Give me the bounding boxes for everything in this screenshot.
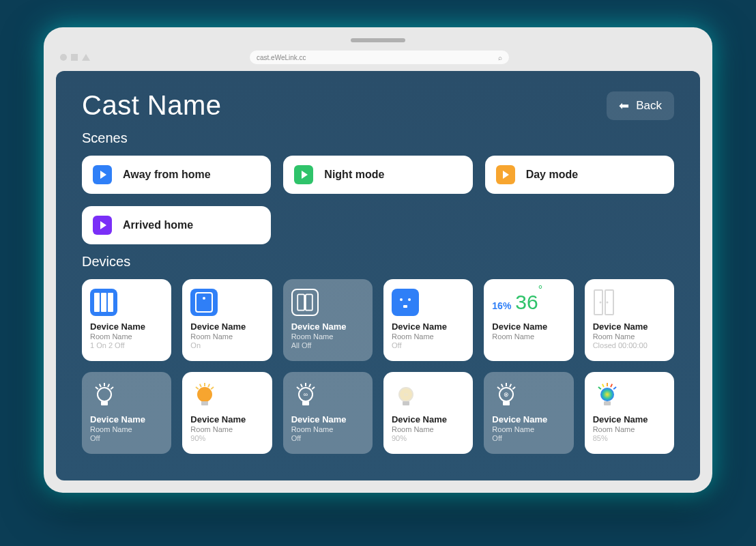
url-text: cast.eWeLink.cc [257,54,306,61]
svg-rect-9 [403,305,407,308]
bulb-orange-icon [190,380,263,410]
device-status: Off [492,434,565,442]
svg-point-4 [203,297,205,300]
device-room: Room Name [492,332,565,341]
device-card[interactable]: Device NameRoom NameClosed 00:00:00 [585,279,674,361]
device-name: Device Name [190,414,263,425]
search-icon: ⌕ [498,54,502,61]
svg-rect-6 [306,294,312,310]
devices-heading: Devices [82,254,674,270]
device-card[interactable]: Device NameRoom NameOff [82,372,171,454]
device-card[interactable]: Device NameRoom Name1 On 2 Off [82,279,171,361]
svg-rect-1 [101,293,106,312]
device-status: 90% [190,434,263,442]
svg-line-14 [96,387,98,389]
device-card[interactable]: Device NameRoom Name90% [182,372,272,454]
window-controls [60,54,90,61]
device-card[interactable]: Device NameRoom NameOff [383,279,473,361]
switch-icon [190,287,263,317]
device-name: Device Name [90,414,163,425]
svg-line-42 [510,384,511,388]
svg-rect-38 [403,401,409,405]
window-triangle-icon [82,54,90,61]
svg-line-48 [602,384,603,388]
device-status: Off [392,341,465,349]
device-status: 85% [593,434,666,442]
device-name: Device Name [492,414,565,425]
back-label: Back [636,99,662,113]
switch-dual-icon [291,287,364,317]
svg-line-29 [300,384,302,388]
scene-card[interactable]: Away from home [82,156,271,194]
device-card[interactable]: Device NameRoom NameOn [182,279,272,361]
device-status: Off [90,434,163,442]
scene-grid: Away from home Night mode Day mode Arriv… [82,156,674,244]
device-status: On [190,341,263,349]
device-room: Room Name [291,332,364,341]
svg-line-25 [212,387,214,389]
browser-chrome: cast.eWeLink.cc ⌕ [56,48,700,71]
svg-line-32 [312,387,315,389]
device-room: Room Name [90,332,163,341]
svg-text:∞: ∞ [404,391,408,398]
device-status: 1 On 2 Off [90,341,163,349]
scene-card[interactable]: Arrived home [82,206,271,244]
window-square-icon [71,54,78,61]
scene-label: Day mode [526,169,578,181]
svg-point-13 [606,302,608,304]
scene-card[interactable]: Day mode [485,156,674,194]
svg-line-39 [497,387,500,389]
window-dot-icon [60,54,67,61]
svg-rect-3 [196,293,212,312]
tablet-frame: cast.eWeLink.cc ⌕ Cast Name ⬅ Back Scene… [44,27,712,493]
svg-rect-27 [201,401,208,405]
page-title: Cast Name [82,90,222,121]
scene-label: Away from home [123,169,211,181]
svg-rect-0 [94,293,100,312]
url-bar[interactable]: cast.eWeLink.cc ⌕ [250,51,509,64]
device-name: Device Name [593,321,666,332]
device-card[interactable]: Device NameRoom Name85% [585,372,674,454]
svg-point-26 [198,388,212,401]
svg-point-19 [98,388,111,401]
device-room: Room Name [392,425,465,433]
device-name: Device Name [392,414,465,425]
svg-point-8 [408,298,411,301]
svg-text:⊗: ⊗ [504,391,509,398]
device-name: Device Name [291,321,364,332]
humidity-value: 16% [492,300,511,311]
frame-notch [351,38,405,42]
device-room: Room Name [190,332,263,341]
thermo-reading: 16%36° [492,287,565,317]
back-button[interactable]: ⬅ Back [607,91,674,120]
svg-rect-20 [101,401,108,405]
device-name: Device Name [492,321,565,332]
play-icon [496,165,515,184]
device-card[interactable]: ∞Device NameRoom NameOff [283,372,373,454]
device-room: Room Name [593,332,666,341]
svg-line-28 [297,387,300,389]
device-card[interactable]: 16%36°Device NameRoom Name [484,279,573,361]
svg-line-21 [196,387,199,389]
play-icon [93,216,112,235]
bulb-cool-icon: ⊗ [492,380,565,410]
svg-line-18 [111,387,113,389]
svg-text:∞: ∞ [303,391,307,398]
scene-label: Arrived home [123,219,193,231]
door-icon [593,287,666,317]
scene-card[interactable]: Night mode [283,156,472,194]
device-card[interactable]: Device NameRoom NameAll Off [283,279,373,361]
svg-rect-53 [604,401,611,405]
back-arrow-icon: ⬅ [619,98,629,113]
svg-line-31 [309,384,310,388]
svg-line-51 [613,387,616,389]
svg-line-15 [100,384,101,388]
bulb-rgb-icon [593,380,666,410]
svg-line-40 [501,384,503,388]
device-card[interactable]: ∞Device NameRoom Name90% [383,372,473,454]
svg-rect-2 [108,293,113,312]
device-card[interactable]: ⊗Device NameRoom NameOff [484,372,573,454]
bulb-off-icon [90,380,163,410]
device-name: Device Name [291,414,364,425]
svg-line-50 [611,384,612,388]
